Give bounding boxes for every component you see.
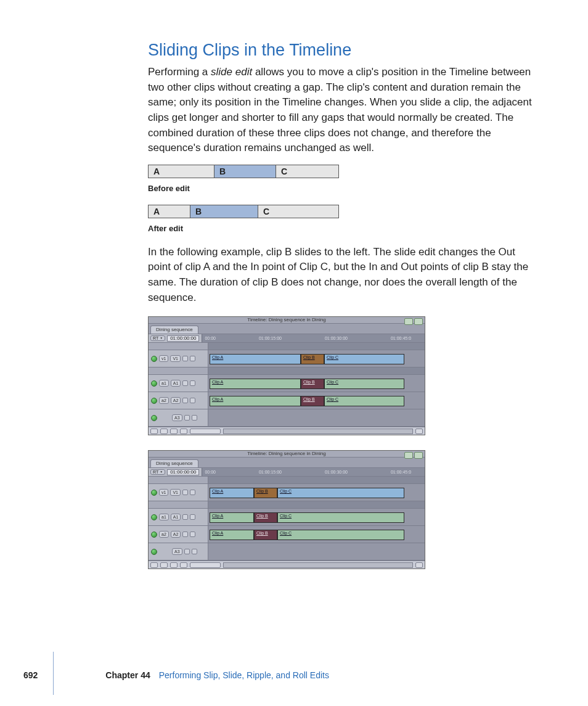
track-header-a2[interactable]: a2 A2 <box>149 526 208 543</box>
horizontal-scrollbar[interactable] <box>223 429 413 434</box>
clip-b-audio[interactable]: Clip B <box>254 512 277 523</box>
a2-lane[interactable]: Clip A Clip B Clip C <box>208 392 425 409</box>
clip-b-audio[interactable]: Clip B <box>301 379 324 389</box>
clip-a-audio[interactable]: Clip A <box>210 379 301 389</box>
lock-icon[interactable] <box>182 356 188 361</box>
dest-v1[interactable]: V1 <box>170 355 181 362</box>
lock-icon[interactable] <box>182 514 188 520</box>
zoom-slider[interactable] <box>190 562 221 568</box>
dest-a2[interactable]: A2 <box>171 397 181 404</box>
clip-c-audio[interactable]: Clip C <box>324 379 404 389</box>
auto-select-icon[interactable] <box>190 380 195 386</box>
track-header-a1[interactable]: a1 A1 <box>149 375 208 392</box>
track-header-v1[interactable]: v1 V1 <box>149 484 208 501</box>
auto-select-icon[interactable] <box>190 398 195 403</box>
clip-c-video[interactable]: Clip C <box>324 354 404 364</box>
clip-c-video[interactable]: Clip C <box>277 488 404 498</box>
toggle-button[interactable] <box>150 562 158 568</box>
dest-a1[interactable]: A1 <box>171 514 181 520</box>
a2-lane[interactable]: Clip A Clip B Clip C <box>208 526 425 543</box>
a3-lane[interactable] <box>208 543 425 560</box>
source-v1[interactable]: v1 <box>159 355 168 362</box>
toggle-button[interactable] <box>180 562 187 568</box>
ruler-tick: 01:00:30:00 <box>325 336 348 340</box>
dest-v1[interactable]: V1 <box>170 489 181 496</box>
rt-menu[interactable]: RT <box>150 469 165 475</box>
auto-select-icon[interactable] <box>190 490 195 495</box>
lock-icon[interactable] <box>182 398 188 403</box>
lock-icon[interactable] <box>182 490 188 495</box>
dest-a1[interactable]: A1 <box>171 380 181 387</box>
audibility-toggle-icon[interactable] <box>151 415 157 421</box>
clip-a-audio2[interactable]: Clip A <box>210 530 254 540</box>
track-header-a3[interactable]: A3 <box>149 409 208 427</box>
v1-lane[interactable]: Clip A Clip B Clip C <box>208 484 425 501</box>
scroll-arrow-icon[interactable] <box>415 429 423 434</box>
source-a2[interactable]: a2 <box>159 531 169 538</box>
clip-b-audio2[interactable]: Clip B <box>301 396 324 406</box>
source-v1[interactable]: v1 <box>159 489 168 496</box>
clip-a-video[interactable]: Clip A <box>210 488 254 498</box>
clip-b-video[interactable]: Clip B <box>301 354 324 364</box>
auto-select-icon[interactable] <box>192 415 197 421</box>
source-a2[interactable]: a2 <box>159 397 169 404</box>
clip-a-video[interactable]: Clip A <box>210 354 301 364</box>
toggle-button[interactable] <box>180 429 187 434</box>
timeline-screenshot-after: Timeline: Dining sequence in Dining Dini… <box>148 450 425 569</box>
a3-lane[interactable] <box>208 409 425 427</box>
audibility-toggle-icon[interactable] <box>151 532 157 538</box>
track-header-a1[interactable]: a1 A1 <box>149 509 208 526</box>
source-a1[interactable]: a1 <box>159 380 169 387</box>
dest-a3[interactable]: A3 <box>172 548 182 555</box>
dest-a2[interactable]: A2 <box>171 531 181 538</box>
visibility-toggle-icon[interactable] <box>151 490 157 496</box>
a1-lane[interactable]: Clip A Clip B Clip C <box>208 375 425 392</box>
lock-icon[interactable] <box>184 549 190 554</box>
auto-select-icon[interactable] <box>192 549 197 554</box>
lock-icon[interactable] <box>184 415 190 421</box>
lock-icon[interactable] <box>182 380 188 386</box>
chapter-label: Chapter 44 <box>105 669 150 681</box>
clip-a-audio[interactable]: Clip A <box>210 512 254 523</box>
audibility-toggle-icon[interactable] <box>151 514 157 520</box>
toggle-button[interactable] <box>160 562 168 568</box>
clip-c-audio2[interactable]: Clip C <box>277 530 404 540</box>
clip-b-video[interactable]: Clip B <box>254 488 277 498</box>
audibility-toggle-icon[interactable] <box>151 380 157 387</box>
audibility-toggle-icon[interactable] <box>151 398 157 404</box>
toggle-button[interactable] <box>170 429 178 434</box>
clip-b-audio2[interactable]: Clip B <box>254 530 277 540</box>
clip-c-audio[interactable]: Clip C <box>277 512 404 523</box>
track-header-v1[interactable]: v1 V1 <box>149 350 208 367</box>
zoom-slider[interactable] <box>190 429 221 434</box>
auto-select-icon[interactable] <box>190 514 195 520</box>
window-controls[interactable] <box>149 451 425 458</box>
visibility-toggle-icon[interactable] <box>151 356 157 362</box>
source-a1[interactable]: a1 <box>159 514 169 520</box>
time-ruler[interactable]: 00:00 01:00:15:00 01:00:30:00 01:00:45:0 <box>202 468 425 476</box>
track-header-a3[interactable]: A3 <box>149 543 208 560</box>
auto-select-icon[interactable] <box>190 356 195 361</box>
time-ruler[interactable]: 00:00 01:00:15:00 01:00:30:00 01:00:45:0 <box>202 334 425 342</box>
auto-select-icon[interactable] <box>190 532 195 537</box>
timeline-footer <box>149 427 425 435</box>
toggle-button[interactable] <box>160 429 168 434</box>
clip-a-audio2[interactable]: Clip A <box>210 396 301 406</box>
layout-buttons[interactable] <box>404 318 423 325</box>
scroll-arrow-icon[interactable] <box>415 562 423 568</box>
toggle-button[interactable] <box>170 562 178 568</box>
current-timecode[interactable]: 01:00:00:00 <box>167 335 199 342</box>
horizontal-scrollbar[interactable] <box>223 562 413 568</box>
track-header-a2[interactable]: a2 A2 <box>149 392 208 409</box>
dest-a3[interactable]: A3 <box>172 414 182 421</box>
current-timecode[interactable]: 01:00:00:00 <box>167 469 199 475</box>
layout-buttons[interactable] <box>404 452 423 459</box>
lock-icon[interactable] <box>182 532 188 537</box>
audibility-toggle-icon[interactable] <box>151 549 157 555</box>
rt-menu[interactable]: RT <box>150 335 165 341</box>
v1-lane[interactable]: Clip A Clip B Clip C <box>208 350 425 367</box>
clip-c-audio2[interactable]: Clip C <box>324 396 404 406</box>
window-controls[interactable] <box>149 317 425 324</box>
toggle-button[interactable] <box>150 429 158 434</box>
a1-lane[interactable]: Clip A Clip B Clip C <box>208 509 425 526</box>
